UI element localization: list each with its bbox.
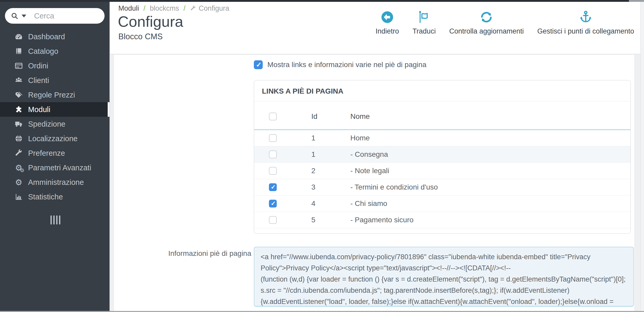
sidebar-item-preferenze[interactable]: Preferenze [0, 146, 110, 160]
breadcrumb-configura: Configura [199, 4, 229, 12]
sidebar-item-localizzazione[interactable]: Localizzazione [0, 131, 110, 146]
wrench-icon [13, 149, 24, 158]
row-id: 4 [311, 199, 350, 208]
footer-info-row: Informazioni piè di pagina <a href="//ww… [114, 247, 634, 307]
row-checkbox[interactable] [269, 183, 277, 191]
main-area: Moduli / blockcms / Configura Configura … [110, 2, 640, 312]
search-scope-caret-icon[interactable] [22, 15, 26, 17]
page-title: Configura [118, 13, 183, 30]
arrow-circle-left-icon [380, 10, 395, 25]
window-bottom-edge [0, 311, 644, 312]
breadcrumb: Moduli / blockcms / Configura [118, 4, 229, 12]
table-row: 3 - Termini e condizioni d'uso [254, 179, 630, 196]
row-checkbox[interactable] [269, 151, 277, 158]
breadcrumb-separator: / [184, 4, 186, 12]
truck-icon [13, 120, 24, 128]
sidebar-item-spedizione[interactable]: Spedizione [0, 117, 110, 131]
toolbar-button-indietro[interactable]: Indietro [376, 10, 399, 35]
puzzle-icon [13, 105, 24, 114]
book-icon [13, 47, 24, 56]
sidebar-item-statistiche[interactable]: Statistiche [0, 190, 110, 204]
row-id: 2 [311, 167, 350, 175]
show-links-label: Mostra links e informazioni varie nel pi… [267, 61, 427, 69]
row-id: 1 [311, 134, 350, 142]
sidebar: Dashboard Catalogo Ordini Clienti Regole… [0, 2, 110, 312]
row-checkbox[interactable] [269, 167, 277, 175]
page-header: Moduli / blockcms / Configura Configura … [110, 2, 640, 54]
row-id: 5 [311, 216, 350, 224]
sidebar-item-catalogo[interactable]: Catalogo [0, 44, 110, 58]
wrench-icon [190, 5, 196, 12]
table-row: 5 - Pagamento sicuro [254, 212, 630, 228]
show-links-checkbox[interactable] [254, 60, 263, 69]
sidebar-nav: Dashboard Catalogo Ordini Clienti Regole… [0, 29, 110, 204]
sidebar-item-clienti[interactable]: Clienti [0, 73, 110, 88]
row-checkbox[interactable] [269, 200, 277, 207]
table-header-row: Id Nome [254, 101, 630, 130]
column-header-id: Id [311, 112, 350, 121]
toolbar-button-gestisci-i-punti-di-collegamento[interactable]: Gestisci i punti di collegamento [537, 10, 634, 35]
breadcrumb-moduli[interactable]: Moduli [118, 4, 139, 12]
sidebar-item-moduli[interactable]: Moduli [0, 102, 110, 117]
bar-chart-icon [13, 192, 24, 201]
footer-info-label: Informazioni piè di pagina [114, 247, 251, 307]
sidebar-item-ordini[interactable]: Ordini [0, 58, 110, 73]
anchor-icon [578, 10, 593, 25]
page-subtitle: Blocco CMS [118, 32, 163, 41]
users-icon [13, 76, 24, 85]
scrollbar[interactable] [640, 2, 644, 312]
select-all-checkbox[interactable] [269, 113, 277, 120]
module-config-form: Mostra links e informazioni varie nel pi… [114, 55, 635, 312]
globe-icon [13, 134, 24, 143]
table-body: 1 Home 1 - Consegna 2 - Note legali 3 - … [254, 130, 630, 228]
sidebar-item-parametri-avanzati[interactable]: ⚙⚙ Parametri Avanzati [0, 160, 110, 175]
table-row: 1 Home [254, 130, 630, 146]
row-name: - Note legali [350, 167, 630, 175]
tags-icon [13, 90, 24, 99]
gear-icon: ⚙ [13, 178, 24, 186]
footer-links-panel: LINKS A PIÈ DI PAGINA Id Nome 1 Home 1 -… [254, 80, 631, 234]
row-name: - Chi siamo [350, 199, 630, 208]
row-name: Home [350, 134, 630, 142]
row-checkbox[interactable] [269, 134, 277, 142]
window-top-strip [0, 0, 644, 2]
search-icon [11, 12, 18, 20]
cogs-icon: ⚙⚙ [13, 164, 24, 172]
footer-info-textarea[interactable]: <a href="//www.iubenda.com/privacy-polic… [254, 247, 634, 307]
column-header-nome: Nome [350, 112, 630, 121]
toolbar-button-traduci[interactable]: Traduci [413, 10, 436, 35]
breadcrumb-blockcms[interactable]: blockcms [150, 4, 179, 12]
table-row: 4 - Chi siamo [254, 196, 630, 212]
sidebar-item-regole-prezzi[interactable]: Regole Prezzi [0, 88, 110, 102]
row-name: - Consegna [350, 150, 630, 159]
breadcrumb-separator: / [144, 4, 146, 12]
footer-links-panel-title: LINKS A PIÈ DI PAGINA [254, 80, 630, 101]
sidebar-item-amministrazione[interactable]: ⚙ Amministrazione [0, 175, 110, 190]
window-top-strip-corner [629, 0, 644, 2]
row-name: - Pagamento sicuro [350, 216, 630, 224]
row-id: 1 [311, 150, 350, 159]
search-box[interactable] [5, 8, 105, 24]
toolbar-button-controlla-aggiornamenti[interactable]: Controlla aggiornamenti [449, 10, 524, 35]
table-row: 1 - Consegna [254, 146, 630, 163]
credit-card-icon [13, 61, 24, 70]
sidebar-item-dashboard[interactable]: Dashboard [0, 29, 110, 44]
table-row: 2 - Note legali [254, 163, 630, 179]
refresh-icon [479, 10, 494, 25]
sidebar-collapse-handle[interactable] [50, 216, 60, 224]
flag-icon [417, 10, 432, 25]
row-id: 3 [311, 183, 350, 191]
row-checkbox[interactable] [269, 216, 277, 224]
search-input[interactable] [34, 12, 99, 20]
row-name: - Termini e condizioni d'uso [350, 183, 630, 191]
show-links-row: Mostra links e informazioni varie nel pi… [254, 60, 634, 69]
toolbar: Indietro Traduci Controlla aggiornamenti… [376, 10, 634, 35]
tachometer-icon [13, 32, 24, 41]
